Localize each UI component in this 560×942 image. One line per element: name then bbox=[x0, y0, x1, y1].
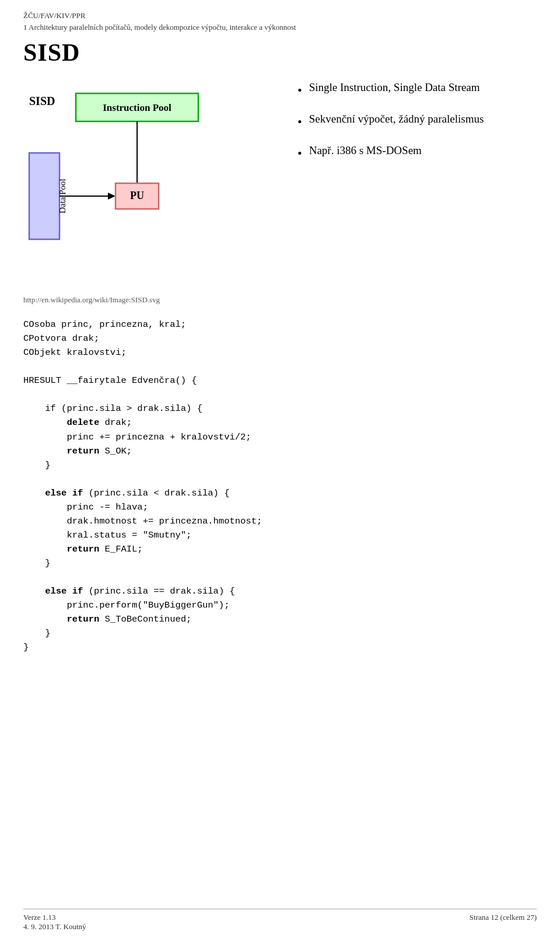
code-line-18: } bbox=[45, 558, 50, 568]
footer-version: Verze 1.13 bbox=[23, 913, 86, 922]
bullet-text-1: Single Instruction, Single Data Stream bbox=[309, 77, 480, 98]
code-kw-return2: return bbox=[66, 544, 99, 554]
code-kw-return3: return bbox=[66, 614, 99, 624]
code-line-16: kral.status = "Smutny"; bbox=[66, 530, 191, 540]
code-line-24: } bbox=[23, 642, 29, 653]
bullet-dot-1: • bbox=[298, 78, 302, 103]
footer-left: Verze 1.13 4. 9. 2013 T. Koutný bbox=[23, 913, 86, 931]
bullet-2: • Sekvenční výpočet, žádný paralelismus bbox=[298, 109, 537, 134]
diagram-section: SISD Instruction Pool Data Pool PU • Sin… bbox=[23, 77, 537, 289]
svg-text:Instruction Pool: Instruction Pool bbox=[103, 102, 172, 113]
page-footer: Verze 1.13 4. 9. 2013 T. Koutný Strana 1… bbox=[23, 909, 537, 931]
header-subtitle: 1 Architektury paralelních počítačů, mod… bbox=[23, 22, 537, 33]
bullet-3: • Např. i386 s MS-DOSem bbox=[298, 140, 537, 166]
page-title: SISD bbox=[23, 39, 537, 67]
svg-text:PU: PU bbox=[130, 190, 144, 201]
bullet-text-3: Např. i386 s MS-DOSem bbox=[309, 140, 422, 161]
code-line-23: } bbox=[45, 628, 50, 639]
bullet-1: • Single Instruction, Single Data Stream bbox=[298, 77, 537, 103]
footer-date: 4. 9. 2013 T. Koutný bbox=[23, 922, 86, 931]
code-line-9: princ += princezna + kralovstvi/2; bbox=[66, 432, 251, 442]
source-url: http://en.wikipedia.org/wiki/Image:SISD.… bbox=[23, 295, 537, 305]
code-block: COsoba princ, princezna, kral; CPotvora … bbox=[23, 318, 537, 654]
diagram-left: SISD Instruction Pool Data Pool PU bbox=[23, 77, 280, 289]
code-line-13b: (princ.sila < drak.sila) { bbox=[83, 488, 229, 498]
code-kw-delete: delete bbox=[66, 417, 99, 428]
svg-text:SISD: SISD bbox=[29, 95, 55, 107]
code-line-1: COsoba princ, princezna, kral; bbox=[23, 319, 186, 330]
sisd-diagram: SISD Instruction Pool Data Pool PU bbox=[23, 77, 268, 287]
code-line-21: princ.perform("BuyBiggerGun"); bbox=[66, 600, 229, 610]
bullet-dot-2: • bbox=[298, 110, 302, 134]
footer-page: Strana 12 (celkem 27) bbox=[470, 913, 537, 931]
code-line-20b: (princ.sila == drak.sila) { bbox=[83, 586, 235, 596]
code-line-22b: S_ToBeContinued; bbox=[99, 614, 191, 624]
code-kw-return1: return bbox=[66, 446, 99, 456]
code-kw-else1: else if bbox=[45, 488, 83, 498]
header-institution: ŽČU/FAV/KIV/PPR bbox=[23, 11, 537, 21]
bullet-dot-3: • bbox=[298, 141, 302, 166]
code-line-7-text: if (princ.sila > drak.sila) { bbox=[45, 403, 202, 414]
code-line-15: drak.hmotnost += princezna.hmotnost; bbox=[66, 516, 262, 526]
code-line-5: HRESULT __fairytale Edvenčra() { bbox=[23, 375, 197, 386]
code-line-3: CObjekt kralovstvi; bbox=[23, 347, 127, 358]
code-line-8b: drak; bbox=[99, 417, 132, 428]
code-line-2: CPotvora drak; bbox=[23, 333, 99, 344]
code-line-10b: S_OK; bbox=[99, 446, 132, 456]
diagram-bullets: • Single Instruction, Single Data Stream… bbox=[280, 77, 537, 171]
code-line-17b: E_FAIL; bbox=[99, 544, 142, 554]
bullet-text-2: Sekvenční výpočet, žádný paralelismus bbox=[309, 109, 484, 130]
code-line-11: } bbox=[45, 460, 50, 470]
code-line-14: princ -= hlava; bbox=[66, 502, 148, 512]
svg-marker-8 bbox=[108, 193, 116, 200]
svg-rect-5 bbox=[29, 153, 60, 239]
code-kw-else2: else if bbox=[45, 586, 83, 596]
